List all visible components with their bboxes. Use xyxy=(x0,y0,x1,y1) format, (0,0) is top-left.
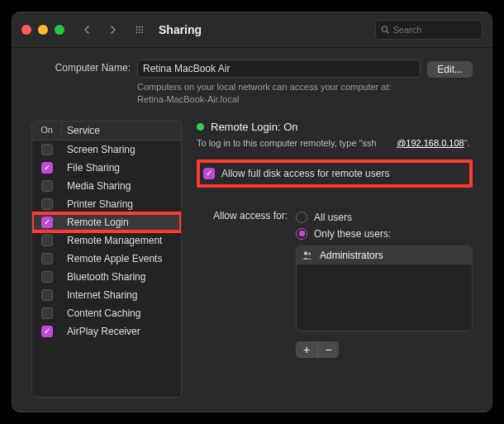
svg-point-3 xyxy=(136,29,138,31)
status-text: Remote Login: On xyxy=(211,121,298,133)
user-row[interactable]: Administrators xyxy=(297,246,472,264)
service-checkbox[interactable] xyxy=(41,307,53,319)
edit-hostname-button[interactable]: Edit... xyxy=(427,61,473,78)
header-service[interactable]: Service xyxy=(62,121,181,140)
svg-point-5 xyxy=(142,29,144,31)
window-controls xyxy=(21,25,64,35)
svg-point-7 xyxy=(139,31,140,33)
service-row[interactable]: Remote Management xyxy=(32,231,181,250)
service-label: Content Caching xyxy=(62,307,181,319)
user-list[interactable]: Administrators xyxy=(296,245,473,331)
svg-point-8 xyxy=(142,31,144,33)
service-label: Internet Sharing xyxy=(62,289,181,301)
service-label: Printer Sharing xyxy=(62,198,181,210)
computer-name-label: Computer Name: xyxy=(31,60,131,74)
svg-point-1 xyxy=(139,26,140,27)
service-label: Screen Sharing xyxy=(62,144,181,155)
access-section: Allow access for: All users Only these u… xyxy=(197,209,473,358)
service-detail: Remote Login: On To log in to this compu… xyxy=(197,121,473,398)
back-button[interactable] xyxy=(78,21,96,39)
radio-only-users[interactable] xyxy=(296,228,307,240)
service-checkbox[interactable] xyxy=(41,162,53,174)
svg-line-10 xyxy=(387,31,389,33)
show-all-prefs-button[interactable] xyxy=(131,21,149,39)
service-checkbox[interactable] xyxy=(41,235,53,246)
close-window-button[interactable] xyxy=(21,25,31,35)
minimize-window-button[interactable] xyxy=(38,25,48,35)
allow-full-disk-row: Allow full disk access for remote users xyxy=(197,160,473,188)
service-row[interactable]: Printer Sharing xyxy=(32,195,181,213)
service-label: Bluetooth Sharing xyxy=(62,271,181,283)
service-checkbox[interactable] xyxy=(41,253,53,264)
computer-name-input[interactable] xyxy=(137,60,421,78)
svg-point-0 xyxy=(136,26,138,27)
svg-point-2 xyxy=(142,26,144,27)
svg-point-11 xyxy=(304,251,307,255)
svg-point-4 xyxy=(139,29,140,31)
service-row[interactable]: Bluetooth Sharing xyxy=(32,268,181,286)
service-checkbox[interactable] xyxy=(41,217,53,228)
service-row[interactable]: AirPlay Receiver xyxy=(32,322,181,341)
service-checkbox[interactable] xyxy=(41,326,53,337)
service-table: On Service Screen SharingFile SharingMed… xyxy=(31,121,182,398)
service-row[interactable]: Screen Sharing xyxy=(32,141,181,159)
service-row[interactable]: Content Caching xyxy=(32,304,181,322)
sharing-prefpane-window: Sharing Computer Name: Computers on your… xyxy=(12,12,492,412)
service-checkbox[interactable] xyxy=(41,198,53,210)
pane-title: Sharing xyxy=(159,23,202,36)
status-row: Remote Login: On xyxy=(197,121,473,133)
allow-full-disk-checkbox[interactable] xyxy=(203,168,215,179)
service-row[interactable]: Remote Login xyxy=(32,213,181,231)
titlebar: Sharing xyxy=(12,12,492,48)
radio-all-users-label: All users xyxy=(314,212,352,223)
forward-button[interactable] xyxy=(104,21,122,39)
svg-point-9 xyxy=(382,26,387,31)
service-row[interactable]: File Sharing xyxy=(32,159,181,177)
remove-user-button[interactable]: − xyxy=(317,341,339,358)
ssh-hint: To log in to this computer remotely, typ… xyxy=(197,138,473,148)
svg-point-6 xyxy=(136,31,138,33)
computer-name-hint: Computers on your local network can acce… xyxy=(137,81,421,106)
service-checkbox[interactable] xyxy=(41,271,53,283)
status-indicator-icon xyxy=(197,123,204,131)
search-input[interactable] xyxy=(393,25,478,35)
service-checkbox[interactable] xyxy=(41,144,53,155)
computer-name-row: Computer Name: Computers on your local n… xyxy=(31,60,473,106)
allow-full-disk-label: Allow full disk access for remote users xyxy=(221,168,389,179)
service-label: Media Sharing xyxy=(62,180,181,192)
access-label: Allow access for: xyxy=(197,209,288,358)
ssh-target[interactable]: @192.168.0.108 xyxy=(397,138,464,148)
service-label: AirPlay Receiver xyxy=(62,326,181,337)
radio-only-users-label: Only these users: xyxy=(314,228,391,240)
add-user-button[interactable]: + xyxy=(296,341,317,358)
service-label: Remote Login xyxy=(62,217,181,228)
radio-all-users-row[interactable]: All users xyxy=(296,209,473,226)
svg-point-12 xyxy=(308,252,311,255)
header-on[interactable]: On xyxy=(32,121,62,140)
user-list-buttons: + − xyxy=(296,341,339,358)
service-label: File Sharing xyxy=(62,162,181,174)
users-icon xyxy=(302,250,313,261)
user-row-label: Administrators xyxy=(320,250,383,261)
body: On Service Screen SharingFile SharingMed… xyxy=(31,121,473,398)
service-checkbox[interactable] xyxy=(41,289,53,301)
radio-all-users[interactable] xyxy=(296,212,307,223)
search-field[interactable] xyxy=(375,20,483,40)
service-table-header: On Service xyxy=(32,121,181,141)
content: Computer Name: Computers on your local n… xyxy=(12,48,492,412)
radio-only-users-row[interactable]: Only these users: xyxy=(296,226,473,242)
service-row[interactable]: Media Sharing xyxy=(32,177,181,195)
zoom-window-button[interactable] xyxy=(55,25,64,35)
service-label: Remote Apple Events xyxy=(62,253,181,264)
service-row[interactable]: Remote Apple Events xyxy=(32,250,181,268)
service-row[interactable]: Internet Sharing xyxy=(32,286,181,304)
service-checkbox[interactable] xyxy=(41,180,53,192)
service-label: Remote Management xyxy=(62,235,181,246)
search-icon xyxy=(381,25,390,35)
service-table-body: Screen SharingFile SharingMedia SharingP… xyxy=(32,141,181,397)
